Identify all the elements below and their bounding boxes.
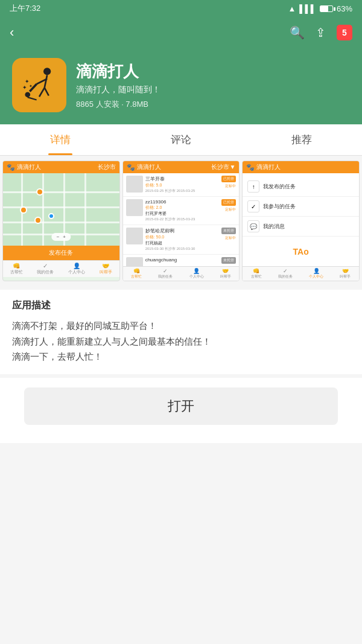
app-icon-svg: ✦ ✦ ✦ [18, 64, 60, 106]
ss1-title: 滴滴打人 [17, 163, 41, 171]
svg-point-6 [25, 92, 30, 97]
app-icon: ✦ ✦ ✦ [12, 58, 66, 112]
map-marker-1 [36, 188, 43, 196]
task-desc-2: 打死罗考婆 [145, 211, 220, 217]
desc-line-1: 滴滴不打架，最好的同城互助平台！ [12, 318, 350, 334]
battery-text: 63% [337, 4, 352, 13]
ss3-bottom-nav: 👊 古帮忙 ✓ 我的任务 👤 个人中心 🤝 叫帮手 [243, 266, 359, 281]
task-thumb-3 [126, 228, 143, 244]
svg-text:✦: ✦ [25, 78, 30, 84]
profile-icon-3: 💬 [247, 220, 259, 232]
task-item-3[interactable]: 妙笔哈尼前咧 价格: 50.0 打死杨超 2015-03-30 长沙市 2015… [123, 225, 240, 255]
task-name-1: 三羊开泰 [145, 176, 220, 182]
ss3-nav-helper[interactable]: 🤝 叫帮手 [340, 268, 351, 279]
task-price-2: 价格: 2.0 [145, 205, 220, 211]
ss1-wolf-icon: 🐾 [7, 164, 15, 171]
zoom-in-icon[interactable]: + [63, 234, 66, 240]
map-zoom: − + [52, 233, 71, 241]
nav-actions: 🔍 ⇪ 5 [290, 25, 352, 40]
ss2-bottom-nav: 👊 古帮忙 ✓ 我的任务 👤 个人中心 🤝 叫帮手 [123, 266, 240, 281]
ss1-map: − + [3, 173, 119, 246]
ss2-profile-icon: 👤 [189, 268, 204, 274]
ss3-nav-bangmang[interactable]: 👊 古帮忙 [251, 268, 262, 279]
task-name-3: 妙笔哈尼前咧 [145, 228, 220, 234]
map-marker-3 [34, 217, 42, 224]
profile-item-2[interactable]: ✓ 我参与的任务 [243, 197, 359, 217]
ss2-nav-bangmang[interactable]: 👊 古帮忙 [131, 268, 142, 279]
open-button[interactable]: 打开 [24, 387, 338, 425]
tab-recommend[interactable]: 推荐 [241, 124, 362, 155]
battery-icon [320, 5, 333, 12]
ss1-nav-helper[interactable]: 🤝 叫帮手 [100, 263, 112, 275]
task-status-1: 已托管 [221, 176, 236, 182]
map-marker-2 [20, 206, 27, 214]
ss1-bangmang-icon: 👊 [10, 263, 23, 269]
status-time: 上午7:32 [10, 3, 40, 14]
ss2-helper-icon: 🤝 [220, 268, 231, 274]
task-progress-1: 定标中 [225, 183, 236, 189]
status-bar: 上午7:32 ▲ ▌▌▌ 63% [0, 0, 362, 17]
profile-label-1: 我发布的任务 [263, 183, 296, 191]
profile-label-2: 我参与的任务 [263, 203, 296, 211]
road-h3 [3, 222, 119, 223]
svg-line-7 [28, 97, 37, 100]
task-progress-3: 定标中 [225, 235, 236, 241]
task-date-1: 2015-03-25 长沙市 2015-03-25 [145, 188, 220, 194]
road-v4 [84, 173, 86, 246]
notification-badge[interactable]: 5 [337, 25, 352, 40]
ss3-header: 🐾 滴滴打人 [243, 161, 359, 173]
task-thumb-1 [126, 176, 143, 193]
task-date-2: 2015-03-22 长沙市 2015-03-23 [145, 217, 220, 222]
screenshot-1: 🐾 滴滴打人 长沙市 − + [2, 161, 120, 281]
zoom-out-icon[interactable]: − [57, 234, 60, 240]
signal-icon: ▌▌▌ [299, 4, 316, 13]
task-price-1: 价格: 5.0 [145, 182, 220, 188]
nav-bar: ‹ 🔍 ⇪ 5 [0, 17, 362, 48]
ss3-bangmang-icon: 👊 [251, 268, 262, 274]
task-thumb-2 [126, 199, 143, 216]
task-date-3: 2015-03-30 长沙市 2015-03-30 [145, 246, 220, 252]
profile-icon-1: ↑ [247, 180, 259, 193]
task-info-1: 三羊开泰 价格: 5.0 2015-03-25 长沙市 2015-03-25 [145, 176, 220, 194]
ss1-publish-btn[interactable]: 发布任务 [3, 246, 119, 260]
status-icons: ▲ ▌▌▌ 63% [288, 4, 352, 13]
task-item-2[interactable]: zz119306 价格: 2.0 打死罗考婆 2015-03-22 长沙市 20… [123, 197, 240, 225]
ss1-nav-bangmang[interactable]: 👊 古帮忙 [10, 263, 23, 275]
description-section: 应用描述 滴滴不打架，最好的同城互助平台！ 滴滴打人，能重新建立人与人之间最基本… [0, 290, 362, 374]
ss2-nav-profile[interactable]: 👤 个人中心 [189, 268, 204, 279]
ss3-helper-icon: 🤝 [340, 268, 351, 274]
ss3-profile-icon: 👤 [309, 268, 323, 274]
ss2-wolf-icon: 🐾 [127, 164, 135, 171]
ss2-nav-tasks[interactable]: ✓ 我的任务 [158, 268, 173, 279]
task-desc-3: 打死杨超 [145, 240, 220, 246]
search-button[interactable]: 🔍 [290, 25, 305, 40]
ss2-nav-helper[interactable]: 🤝 叫帮手 [220, 268, 231, 279]
ss3-nav-profile[interactable]: 👤 个人中心 [309, 268, 323, 279]
ss1-nav-tasks[interactable]: ✓ 我的任务 [37, 263, 54, 275]
back-button[interactable]: ‹ [10, 25, 14, 40]
task-item-1[interactable]: 三羊开泰 价格: 5.0 2015-03-25 长沙市 2015-03-25 已… [123, 173, 240, 197]
ss2-tasks-icon: ✓ [158, 268, 173, 274]
tab-reviews[interactable]: 评论 [121, 124, 241, 155]
profile-item-1[interactable]: ↑ 我发布的任务 [243, 177, 359, 197]
task-status-3: 未托管 [221, 228, 236, 234]
ss1-bottom-nav: 👊 古帮忙 ✓ 我的任务 👤 个人中心 🤝 叫帮手 [3, 260, 119, 277]
share-button[interactable]: ⇪ [316, 25, 326, 40]
profile-label-3: 我的消息 [263, 223, 285, 231]
task-info-4: chuangchuang [145, 257, 220, 263]
tab-detail[interactable]: 详情 [0, 124, 121, 155]
app-stats: 8865 人安装 · 7.8MB [76, 99, 160, 110]
task-price-3: 价格: 50.0 [145, 234, 220, 240]
task-name-4: chuangchuang [145, 257, 220, 263]
ss1-nav-profile[interactable]: 👤 个人中心 [68, 263, 85, 275]
task-info-3: 妙笔哈尼前咧 价格: 50.0 打死杨超 2015-03-30 长沙市 2015… [145, 228, 220, 252]
ss2-title: 滴滴打人 [137, 163, 161, 171]
task-status-4: 未托管 [221, 257, 236, 264]
tao-text: TAo [293, 247, 309, 257]
profile-item-3[interactable]: 💬 我的消息 [243, 217, 359, 237]
desc-line-2: 滴滴打人，能重新建立人与人之间最基本的信任！ [12, 334, 350, 349]
screenshot-2: 🐾 滴滴打人 长沙市▼ 三羊开泰 价格: 5.0 2015-03-25 长沙市 … [122, 161, 240, 281]
svg-point-0 [43, 68, 51, 75]
ss3-nav-tasks[interactable]: ✓ 我的任务 [278, 268, 293, 279]
ss1-header: 🐾 滴滴打人 长沙市 [3, 161, 119, 173]
